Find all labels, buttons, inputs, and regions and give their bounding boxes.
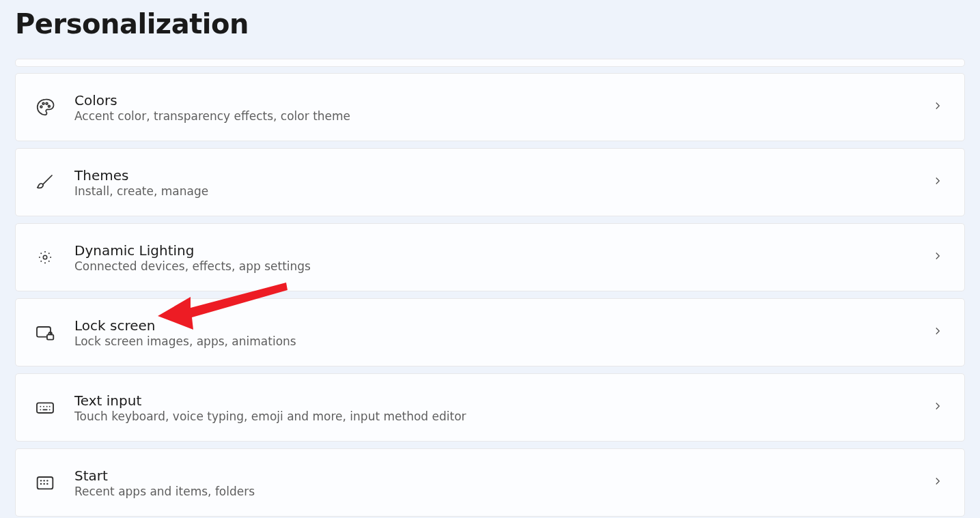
svg-point-0: [40, 106, 42, 108]
svg-point-17: [40, 480, 42, 481]
settings-list: Colors Accent color, transparency effect…: [15, 59, 965, 518]
page-title: Personalization: [15, 8, 965, 40]
setting-description: Connected devices, effects, app settings: [74, 259, 932, 273]
personalization-page: Personalization Colors Accent color, tra…: [0, 0, 980, 518]
keyboard-icon: [33, 396, 57, 419]
setting-description: Touch keyboard, voice typing, emoji and …: [74, 409, 932, 423]
setting-item-partial-top[interactable]: [15, 59, 965, 67]
svg-point-2: [46, 102, 48, 104]
svg-point-6: [44, 262, 46, 263]
svg-point-19: [46, 480, 48, 481]
setting-text: Colors Accent color, transparency effect…: [74, 92, 932, 123]
svg-point-5: [44, 251, 46, 253]
setting-description: Install, create, manage: [74, 184, 932, 198]
brush-icon: [33, 171, 57, 194]
svg-point-9: [40, 253, 42, 254]
setting-item-lock-screen[interactable]: Lock screen Lock screen images, apps, an…: [15, 298, 965, 366]
lock-screen-icon: [33, 321, 57, 344]
svg-point-20: [40, 483, 42, 485]
setting-title: Dynamic Lighting: [74, 242, 932, 259]
setting-title: Start: [74, 467, 932, 484]
setting-title: Text input: [74, 392, 932, 409]
svg-point-8: [50, 257, 51, 258]
svg-point-7: [39, 257, 40, 258]
svg-point-1: [42, 102, 44, 104]
setting-text: Start Recent apps and items, folders: [74, 467, 932, 498]
setting-text: Text input Touch keyboard, voice typing,…: [74, 392, 932, 423]
setting-item-colors[interactable]: Colors Accent color, transparency effect…: [15, 73, 965, 141]
chevron-right-icon: [932, 175, 944, 190]
setting-text: Lock screen Lock screen images, apps, an…: [74, 317, 932, 348]
setting-title: Colors: [74, 92, 932, 109]
svg-point-12: [48, 261, 50, 262]
chevron-right-icon: [932, 400, 944, 415]
svg-rect-14: [47, 334, 53, 339]
setting-item-themes[interactable]: Themes Install, create, manage: [15, 148, 965, 216]
setting-title: Lock screen: [74, 317, 932, 334]
svg-point-10: [48, 253, 50, 254]
svg-point-4: [43, 255, 47, 259]
svg-point-3: [48, 105, 51, 107]
svg-point-18: [43, 480, 44, 481]
palette-icon: [33, 96, 57, 119]
svg-rect-16: [38, 477, 53, 489]
chevron-right-icon: [932, 250, 944, 265]
setting-description: Recent apps and items, folders: [74, 485, 932, 498]
setting-text: Themes Install, create, manage: [74, 167, 932, 198]
start-icon: [33, 471, 57, 494]
svg-point-21: [43, 483, 44, 485]
setting-item-start[interactable]: Start Recent apps and items, folders: [15, 448, 965, 517]
svg-rect-15: [37, 403, 53, 413]
setting-description: Accent color, transparency effects, colo…: [74, 109, 932, 123]
chevron-right-icon: [932, 100, 944, 115]
svg-point-11: [40, 261, 42, 262]
chevron-right-icon: [932, 475, 944, 490]
chevron-right-icon: [932, 325, 944, 340]
setting-item-text-input[interactable]: Text input Touch keyboard, voice typing,…: [15, 373, 965, 442]
setting-title: Themes: [74, 167, 932, 184]
setting-description: Lock screen images, apps, animations: [74, 334, 932, 348]
setting-text: Dynamic Lighting Connected devices, effe…: [74, 242, 932, 273]
setting-item-dynamic-lighting[interactable]: Dynamic Lighting Connected devices, effe…: [15, 223, 965, 291]
svg-point-22: [46, 483, 48, 485]
lighting-icon: [33, 246, 57, 269]
